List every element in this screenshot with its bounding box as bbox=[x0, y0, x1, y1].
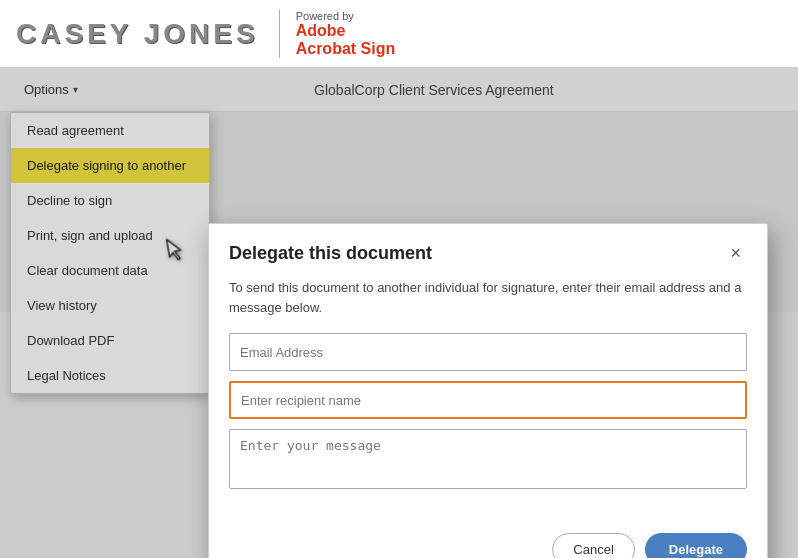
delegate-button[interactable]: Delegate bbox=[645, 533, 747, 558]
modal-title: Delegate this document bbox=[229, 243, 432, 264]
powered-by-label: Powered by bbox=[296, 10, 396, 22]
brand-line1: Adobe bbox=[296, 22, 396, 40]
message-textarea[interactable] bbox=[229, 429, 747, 489]
recipient-name-input[interactable] bbox=[229, 381, 747, 419]
cancel-button[interactable]: Cancel bbox=[552, 533, 634, 558]
powered-by-section: Powered by Adobe Acrobat Sign bbox=[296, 10, 396, 57]
modal-header: Delegate this document × bbox=[209, 224, 767, 278]
modal-overlay: Delegate this document × To send this do… bbox=[0, 68, 798, 558]
logo: CASEY JONES bbox=[16, 18, 259, 50]
delegate-modal: Delegate this document × To send this do… bbox=[208, 223, 768, 558]
modal-body: To send this document to another individ… bbox=[209, 278, 767, 533]
email-input[interactable] bbox=[229, 333, 747, 371]
main-area: Options ▾ GlobalCorp Client Services Agr… bbox=[0, 68, 798, 558]
modal-description: To send this document to another individ… bbox=[229, 278, 747, 317]
logo-divider bbox=[279, 10, 280, 58]
modal-footer: Cancel Delegate bbox=[209, 533, 767, 558]
modal-close-button[interactable]: × bbox=[724, 242, 747, 264]
brand-line2: Acrobat Sign bbox=[296, 40, 396, 58]
header: CASEY JONES Powered by Adobe Acrobat Sig… bbox=[0, 0, 798, 68]
